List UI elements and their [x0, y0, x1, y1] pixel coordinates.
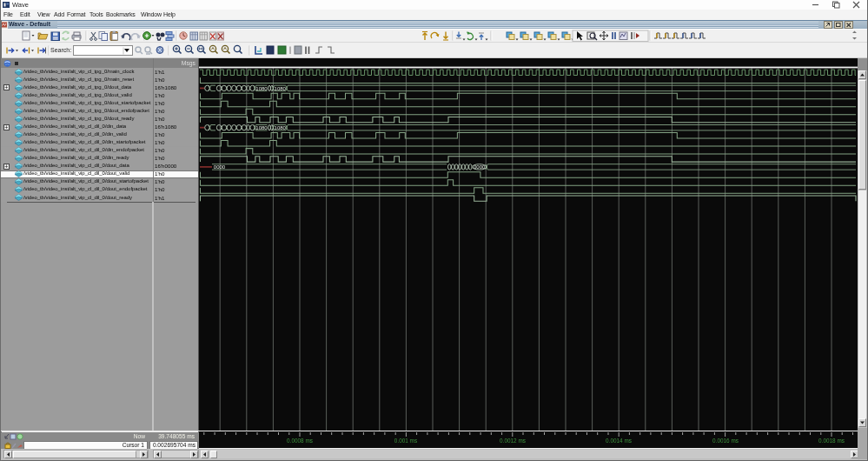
svg-text:1080: 1080	[255, 125, 268, 130]
svg-text:0.0016 ms: 0.0016 ms	[712, 438, 739, 444]
svg-text:1080: 1080	[275, 125, 287, 130]
svg-text:1080: 1080	[255, 86, 268, 91]
svg-text:0000: 0000	[214, 164, 226, 170]
svg-text:1080: 1080	[275, 86, 287, 91]
svg-text:0.001 ms: 0.001 ms	[394, 438, 417, 444]
svg-text:0.0012 ms: 0.0012 ms	[500, 438, 526, 444]
svg-text:0.0014 ms: 0.0014 ms	[606, 438, 632, 444]
svg-text:0.0008 ms: 0.0008 ms	[287, 438, 313, 444]
svg-text:0000: 0000	[474, 164, 486, 170]
svg-text:Search:: Search:	[50, 47, 71, 53]
svg-text:0.0018 ms: 0.0018 ms	[818, 438, 845, 444]
